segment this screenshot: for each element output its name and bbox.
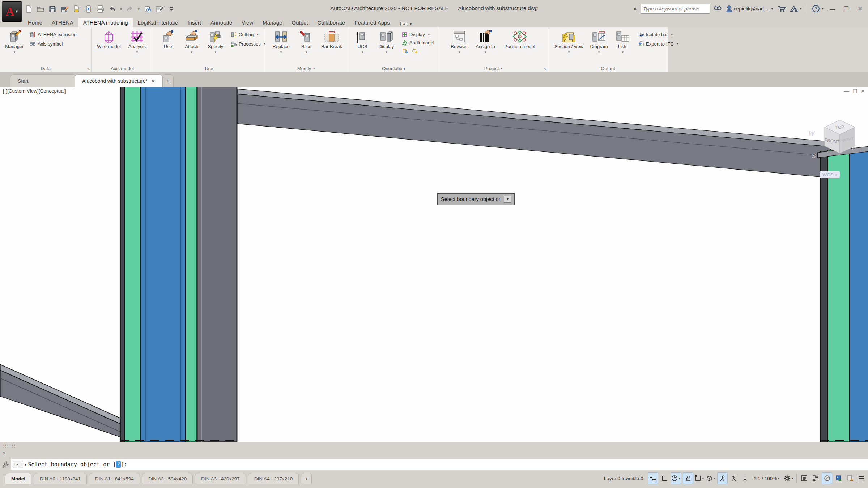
axis-symbol-button[interactable]: Axis symbol bbox=[30, 41, 76, 47]
compass-s[interactable]: S bbox=[812, 153, 816, 160]
layout-tab[interactable]: DIN A3 - 420x297 bbox=[195, 473, 246, 484]
export-to-ifc-button[interactable]: IFC Export to IFC ▼ bbox=[638, 41, 679, 47]
snap-mode-toggle[interactable] bbox=[648, 472, 658, 484]
panel-launcher-icon[interactable]: ⇘ bbox=[544, 67, 547, 71]
specify-button[interactable]: Specify ▼ bbox=[204, 29, 227, 55]
drag-handle-icon[interactable]: :::::::::::: bbox=[2, 444, 16, 448]
viewcube[interactable]: TOP FRONT RIGHT bbox=[818, 117, 861, 160]
isolate-bar-button[interactable]: Isolate bar ▼ bbox=[638, 31, 679, 38]
close-tab-icon[interactable]: ✕ bbox=[151, 78, 155, 84]
model-tab[interactable]: Model bbox=[5, 473, 31, 484]
customization-menu-button[interactable] bbox=[856, 473, 866, 484]
tooltip-options-icon[interactable]: ▼ bbox=[504, 196, 511, 203]
section-view-button[interactable]: Section / view ▼ bbox=[551, 29, 587, 55]
manager-button[interactable]: Manager ▼ bbox=[3, 29, 26, 55]
audit-model-button[interactable]: Audit model bbox=[401, 40, 434, 46]
save-button[interactable] bbox=[48, 4, 57, 14]
athena-extrusion-button[interactable]: ATHENA extrusion bbox=[30, 31, 76, 38]
tab-view[interactable]: View bbox=[237, 18, 258, 27]
layout-tab[interactable]: DIN A1 - 841x594 bbox=[89, 473, 140, 484]
tab-annotate[interactable]: Annotate bbox=[206, 18, 237, 27]
tab-featured-apps[interactable]: Featured Apps bbox=[350, 18, 395, 27]
analysis-button[interactable]: Analysis ▼ bbox=[125, 29, 149, 55]
display-grid-button[interactable]: Display ▼ bbox=[401, 31, 434, 38]
layout-tab[interactable]: DIN A0 - 1189x841 bbox=[34, 473, 87, 484]
object-snap-3d-toggle[interactable]: ▼ bbox=[706, 473, 716, 484]
ucs-button[interactable]: UCS ▼ bbox=[351, 29, 374, 55]
tab-insert[interactable]: Insert bbox=[183, 18, 206, 27]
autoscale-toggle[interactable] bbox=[740, 473, 750, 484]
beam-bottom-left[interactable] bbox=[0, 364, 134, 442]
save-as-button[interactable] bbox=[60, 4, 69, 14]
plot-stamp-button[interactable] bbox=[72, 4, 81, 14]
account-button[interactable]: cepielik@cad-... ▼ bbox=[726, 5, 774, 12]
model-scene[interactable] bbox=[0, 87, 868, 442]
search-input[interactable] bbox=[641, 4, 710, 14]
vp-minimize-icon[interactable]: — bbox=[844, 88, 849, 94]
replace-button[interactable]: Replace ▼ bbox=[269, 29, 293, 55]
undo-button[interactable] bbox=[107, 4, 117, 14]
processes-button[interactable]: Processes ▼ bbox=[231, 41, 266, 47]
redo-button[interactable] bbox=[125, 4, 135, 14]
object-snap-tracking-toggle[interactable] bbox=[717, 472, 728, 484]
customize-wrench-icon[interactable] bbox=[2, 461, 9, 469]
search-expand-icon[interactable]: ▶ bbox=[634, 7, 637, 11]
bar-break-button[interactable]: Bar Break bbox=[320, 29, 343, 49]
app-store-icon[interactable] bbox=[777, 5, 786, 12]
minimize-button[interactable]: — bbox=[827, 4, 838, 13]
file-tab-start[interactable]: Start bbox=[10, 74, 76, 87]
cutting-button[interactable]: Cutting ▼ bbox=[231, 31, 266, 38]
polar-tracking-toggle[interactable]: ▼ bbox=[671, 472, 681, 484]
close-command-icon[interactable]: ✕ bbox=[3, 450, 5, 456]
application-menu-button[interactable]: A ▼ bbox=[2, 1, 22, 22]
undo-dropdown[interactable]: ▼ bbox=[119, 4, 123, 14]
tab-collaborate[interactable]: Collaborate bbox=[313, 18, 350, 27]
beam-top-left[interactable] bbox=[237, 89, 831, 178]
swap-reference-alt-icon[interactable] bbox=[412, 48, 418, 54]
new-file-button[interactable] bbox=[24, 4, 33, 14]
swap-reference-icon[interactable] bbox=[402, 48, 408, 54]
vp-restore-icon[interactable]: ❐ bbox=[853, 88, 858, 94]
tab-output[interactable]: Output bbox=[287, 18, 313, 27]
compass-e[interactable]: E bbox=[852, 145, 856, 152]
search-icon[interactable] bbox=[714, 5, 722, 12]
restore-button[interactable]: ❐ bbox=[841, 4, 851, 13]
wire-model-button[interactable]: Wire model bbox=[96, 29, 122, 49]
ribbon-collapse-button[interactable]: ▲▼ bbox=[400, 22, 413, 26]
annotation-visibility-toggle[interactable] bbox=[729, 473, 739, 484]
isometric-drafting-toggle[interactable] bbox=[683, 472, 693, 484]
tab-athena-modeling[interactable]: ATHENA modeling bbox=[78, 18, 133, 27]
tab-home[interactable]: Home bbox=[23, 18, 47, 27]
vp-close-icon[interactable]: ✕ bbox=[861, 88, 865, 94]
annotation-monitor-icon[interactable] bbox=[845, 473, 855, 484]
publish-button[interactable] bbox=[143, 4, 152, 14]
redo-dropdown[interactable]: ▼ bbox=[137, 4, 140, 14]
viewport-controls-label[interactable]: [-][Custom View][Conceptual] bbox=[3, 88, 66, 94]
use-button[interactable]: Use bbox=[156, 29, 179, 49]
graphics-performance-button[interactable] bbox=[810, 473, 820, 484]
mullion-left[interactable] bbox=[120, 87, 237, 442]
annotation-scale-button[interactable]: 1:1 / 100%▼ bbox=[752, 473, 782, 484]
clean-screen-button[interactable] bbox=[822, 472, 832, 484]
mullion-center-left[interactable] bbox=[818, 140, 868, 442]
assign-to-button[interactable]: Assign to ▼ bbox=[474, 29, 497, 55]
isolate-objects-button[interactable] bbox=[799, 473, 809, 484]
ortho-mode-toggle[interactable] bbox=[660, 473, 669, 484]
help-button[interactable]: ?▼ bbox=[812, 5, 824, 13]
layout-tab[interactable]: DIN A4 - 297x210 bbox=[248, 473, 299, 484]
file-tab-document[interactable]: Alucobond with substructure* ✕ bbox=[75, 74, 163, 87]
browser-button[interactable]: Browser ▼ bbox=[448, 29, 471, 55]
new-tab-button[interactable]: + bbox=[162, 74, 174, 87]
attach-button[interactable]: Attach ▼ bbox=[180, 29, 203, 55]
position-model-button[interactable]: Position model bbox=[500, 29, 540, 49]
autodesk-app-icon[interactable]: ▼ bbox=[790, 5, 802, 12]
sheet-edit-button[interactable] bbox=[155, 4, 164, 14]
layout-tab[interactable]: DIN A2 - 594x420 bbox=[142, 473, 193, 484]
open-folder-button[interactable] bbox=[36, 4, 45, 14]
command-option[interactable]: ? bbox=[116, 461, 121, 468]
tab-athena[interactable]: ATHENA bbox=[47, 18, 78, 27]
recent-commands-icon[interactable]: ▼ bbox=[25, 463, 26, 466]
customize-qat-button[interactable] bbox=[167, 4, 176, 14]
display-button[interactable]: Display ▼ bbox=[375, 29, 398, 55]
print-button[interactable] bbox=[95, 4, 105, 14]
